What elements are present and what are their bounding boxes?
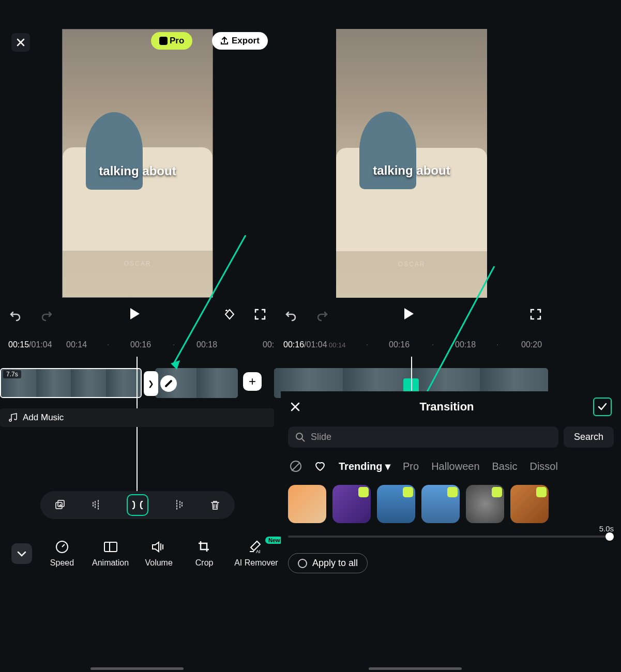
play-icon [130,308,140,319]
transition-preset[interactable] [377,485,415,523]
svg-point-11 [296,433,302,439]
pro-badge-icon [492,487,502,497]
time-ruler[interactable]: 00:15/01:04 00:14 · 00:16 · 00:18 00: 00… [0,337,621,353]
add-clip-button[interactable]: + [243,372,262,391]
transition-thumbnails [281,481,621,527]
undo-button[interactable] [283,308,299,323]
pro-badge-icon [403,487,413,497]
search-placeholder: Slide [311,432,331,442]
animation-tool[interactable]: Animation [92,540,129,568]
none-transition-button[interactable] [290,461,301,472]
apply-all-label: Apply to all [312,558,358,569]
favorites-button[interactable] [314,460,326,472]
chevron-down-icon [17,551,26,557]
add-music-track[interactable]: Add Music [0,408,274,427]
tab-basic[interactable]: Basic [492,461,518,472]
tab-dissolve[interactable]: Dissol [529,461,557,472]
play-button[interactable] [404,308,419,323]
tab-pro[interactable]: Pro [403,461,419,472]
transition-preset[interactable] [332,485,371,523]
pro-button[interactable]: Pro [151,32,192,50]
delete-button[interactable] [204,494,226,516]
close-button[interactable] [11,33,30,52]
transition-tabs: Trending ▾ Pro Halloween Basic Dissol [281,452,621,481]
watermark: OSCAR [63,260,213,267]
tab-halloween[interactable]: Halloween [431,461,479,472]
play-icon [404,308,414,319]
ai-remover-tool[interactable]: NewAIAI Remover [234,540,278,568]
preview-left[interactable]: talking about OSCAR [62,29,213,298]
play-button[interactable] [130,308,145,323]
redo-button[interactable] [39,308,54,323]
close-icon [290,402,300,412]
watermark: OSCAR [336,261,487,268]
clip-a[interactable]: 7.7s [0,368,142,398]
time-mark: 00:14 [66,340,87,349]
time-mark: 00:18 [455,340,476,349]
speed-tool[interactable]: Speed [47,540,78,568]
animation-icon [103,540,118,554]
fullscreen-button[interactable] [254,309,267,321]
transition-preset[interactable] [510,485,549,523]
search-input[interactable]: Slide [288,426,558,448]
volume-tool[interactable]: Volume [143,540,174,568]
time-current-right: 00:16 [283,340,304,349]
time-total-right: /01:04 [304,340,327,349]
fullscreen-button[interactable] [530,309,542,321]
time-mark: 00:20 [521,340,542,349]
close-panel-button[interactable] [290,402,300,412]
pro-badge-icon [536,487,547,497]
confirm-button[interactable] [593,398,612,416]
tab-trending[interactable]: Trending ▾ [339,460,390,472]
transition-preset[interactable] [288,485,326,523]
transition-preset[interactable] [466,485,504,523]
duration-slider[interactable]: 5.0s [281,527,621,546]
time-mark: 00:16 [130,340,151,349]
volume-icon [152,540,166,554]
pro-label: Pro [170,36,184,46]
time-mark: 00: [263,340,274,349]
speed-icon [55,540,69,554]
time-mark: 00:18 [196,340,217,349]
transition-indicator[interactable] [160,375,177,392]
split-left-button[interactable] [88,494,110,516]
svg-rect-4 [110,542,117,552]
home-indicator [90,667,184,670]
time-mark: 00:16 [389,340,410,349]
radio-icon [298,559,307,568]
keyframe-button[interactable] [223,308,236,320]
caption-text: talking about [336,163,487,178]
panel-title: Transition [419,400,474,414]
clip-edit-tools [40,491,235,519]
home-indicator [369,667,462,670]
check-icon [597,401,608,413]
pro-badge-icon [447,487,458,497]
time-mark: 00:14 [329,341,346,349]
redo-button[interactable] [314,308,330,323]
time-current-left: 00:15 [8,340,29,349]
transition-panel: Transition Slide Search Trending ▾ Pro H… [281,391,621,672]
duration-value: 5.0s [599,524,614,533]
clip-edge-handle[interactable]: ❯ [144,371,158,396]
split-right-button[interactable] [165,494,187,516]
duplicate-button[interactable] [49,494,71,516]
export-label: Export [232,36,260,46]
upload-icon [220,37,229,45]
export-button[interactable]: Export [212,32,268,50]
search-icon [295,432,306,442]
crop-tool[interactable]: Crop [189,540,220,568]
preview-right[interactable]: talking about OSCAR [336,29,487,298]
pro-badge-icon [358,487,369,497]
split-button[interactable] [127,494,148,516]
eraser-icon: AI [249,540,263,554]
time-total-left: /01:04 [29,340,52,349]
music-icon [8,413,18,422]
music-label: Add Music [23,413,64,423]
transition-preset[interactable] [421,485,460,523]
collapse-toolbar-button[interactable] [11,543,32,564]
search-button[interactable]: Search [564,426,614,448]
playhead-right[interactable] [411,357,412,391]
undo-button[interactable] [8,308,23,323]
apply-to-all-button[interactable]: Apply to all [288,553,368,573]
svg-text:AI: AI [256,549,261,554]
